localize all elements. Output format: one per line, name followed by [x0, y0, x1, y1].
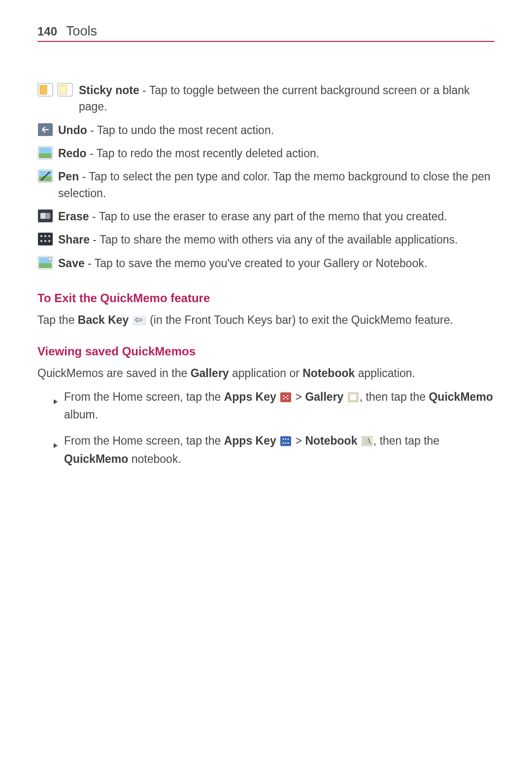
feature-list: Sticky note - Tap to toggle between the … [37, 82, 495, 272]
feature-label: Erase [58, 210, 89, 223]
sticky-note-blank-icon [57, 83, 73, 99]
feature-desc: - Tap to save the memo you've created to… [85, 257, 428, 270]
svg-point-16 [44, 235, 46, 237]
feature-label: Sticky note [79, 84, 139, 97]
undo-icon [37, 123, 53, 139]
feature-erase: Erase - Tap to use the eraser to erase a… [37, 209, 495, 225]
svg-rect-13 [40, 213, 45, 219]
svg-point-20 [48, 240, 50, 242]
heading-exit: To Exit the QuickMemo feature [37, 291, 495, 305]
svg-rect-7 [39, 153, 52, 158]
exit-paragraph: Tap the Back Key (in the Front Touch Key… [37, 312, 495, 330]
bullet-triangle-icon [53, 437, 58, 453]
viewing-paragraph: QuickMemos are saved in the Gallery appl… [37, 365, 495, 382]
svg-point-31 [285, 396, 287, 398]
feature-desc: - Tap to share the memo with others via … [90, 233, 458, 246]
redo-icon [37, 146, 53, 162]
svg-rect-23 [39, 263, 52, 268]
svg-point-29 [283, 398, 285, 399]
feature-undo: Undo - Tap to undo the most recent actio… [37, 122, 495, 139]
feature-share: Share - Tap to share the memo with other… [37, 232, 495, 248]
svg-point-40 [288, 443, 289, 444]
notebook-icon [362, 434, 372, 451]
share-icon [37, 232, 53, 248]
svg-rect-6 [39, 147, 52, 153]
bullet-notebook: From the Home screen, tap the Apps Key >… [53, 433, 495, 467]
sticky-note-screen-icon [37, 83, 53, 99]
pen-icon [37, 169, 53, 185]
svg-rect-33 [350, 394, 357, 401]
feature-save: Save - Tap to save the memo you've creat… [37, 255, 495, 272]
erase-icon [37, 209, 53, 225]
svg-rect-34 [280, 436, 291, 446]
svg-point-17 [48, 235, 50, 237]
svg-rect-14 [38, 233, 53, 245]
svg-point-28 [287, 395, 289, 396]
feature-label: Undo [58, 124, 87, 137]
page-number: 140 [37, 25, 57, 38]
feature-label: Redo [58, 147, 87, 160]
page-header: 140 Tools [37, 24, 495, 42]
back-key-icon [133, 313, 146, 330]
feature-desc: - Tap to select the pen type and color. … [58, 170, 491, 199]
svg-point-36 [285, 439, 287, 440]
svg-point-30 [287, 398, 289, 399]
feature-desc: - Tap to undo the most recent action. [87, 124, 274, 137]
bullet-triangle-icon [53, 393, 58, 409]
svg-rect-1 [40, 85, 47, 94]
svg-point-38 [283, 443, 284, 444]
apps-key-blue-icon [280, 434, 291, 451]
feature-label: Pen [58, 170, 79, 183]
bullet-gallery: From the Home screen, tap the Apps Key >… [53, 389, 495, 423]
feature-sticky-note: Sticky note - Tap to toggle between the … [37, 82, 495, 115]
svg-point-19 [44, 240, 46, 242]
svg-point-35 [283, 439, 284, 440]
svg-point-27 [283, 395, 285, 396]
svg-point-37 [288, 439, 289, 440]
apps-key-icon [280, 390, 291, 407]
bullet-list: From the Home screen, tap the Apps Key >… [53, 389, 495, 467]
manual-page: 140 Tools Sticky note - Tap to toggle be… [0, 0, 532, 507]
section-title: Tools [66, 24, 97, 39]
feature-redo: Redo - Tap to redo the most recently del… [37, 145, 495, 162]
feature-label: Share [58, 233, 90, 246]
feature-pen: Pen - Tap to select the pen type and col… [37, 169, 495, 202]
svg-point-15 [40, 235, 42, 237]
svg-rect-24 [48, 258, 51, 261]
gallery-icon [348, 390, 359, 407]
heading-viewing: Viewing saved QuickMemos [37, 345, 495, 358]
feature-label: Save [58, 257, 85, 270]
svg-point-39 [285, 443, 287, 444]
svg-rect-3 [60, 85, 66, 94]
feature-desc: - Tap to use the eraser to erase any par… [89, 210, 447, 223]
svg-point-18 [40, 240, 42, 242]
save-icon [37, 256, 53, 272]
feature-desc: - Tap to redo the most recently deleted … [87, 147, 320, 160]
